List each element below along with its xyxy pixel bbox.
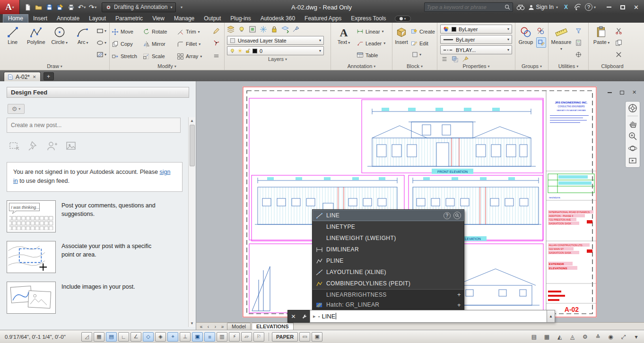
coordinates-readout[interactable]: 0.9'17/64", 0'-1 1/4", 0'-0": [2, 334, 81, 340]
tab-plugins[interactable]: Plug-ins: [226, 15, 255, 23]
linetype-dropdown[interactable]: BYLAY...: [440, 45, 512, 54]
snap-mode-toggle[interactable]: ▦: [94, 332, 104, 342]
panel-label-modify[interactable]: Modify: [110, 62, 224, 70]
quick-calculator-tool[interactable]: [574, 37, 583, 48]
pan-hand-icon[interactable]: [628, 119, 637, 129]
new-post-input[interactable]: [7, 118, 181, 133]
layer-state-dropdown[interactable]: Unsaved Layer State: [227, 36, 324, 45]
layer-lock-icon[interactable]: [270, 26, 278, 33]
paper-space-icon-button[interactable]: ▭: [299, 332, 310, 342]
autocomplete-item-linearbrightness[interactable]: LINEARBRIGHTNESS +: [313, 289, 464, 300]
scale-tool[interactable]: Scale: [143, 50, 177, 62]
trim-tool[interactable]: Trim: [177, 26, 210, 38]
file-tab-a02[interactable]: A-02* ✕: [4, 72, 41, 81]
pin-post-icon[interactable]: [27, 140, 39, 152]
command-line-close-button[interactable]: ✕: [288, 310, 299, 322]
lineweight-display-toggle[interactable]: ≡: [204, 332, 215, 342]
erase-tool[interactable]: [212, 26, 221, 36]
copy-clip-tool[interactable]: [614, 37, 623, 48]
autocomplete-item-pline[interactable]: PLINE: [313, 255, 464, 266]
design-feed-settings-button[interactable]: ⚙: [8, 104, 25, 114]
panel-label-groups[interactable]: Groups: [515, 62, 548, 70]
dynamic-input-toggle[interactable]: ▣: [192, 332, 203, 342]
tab-autodesk360[interactable]: Autodesk 360: [256, 15, 300, 23]
save-as-button[interactable]: [55, 2, 65, 12]
group-tool[interactable]: Group: [517, 24, 534, 45]
tab-insert[interactable]: Insert: [28, 15, 52, 23]
new-tab-button[interactable]: +: [44, 72, 54, 80]
panel-label-utilities[interactable]: Utilities: [548, 62, 588, 70]
zoom-icon[interactable]: [628, 131, 637, 141]
design-feed-header[interactable]: Design Feed: [7, 87, 189, 98]
panel-label-annotation[interactable]: Annotation: [331, 62, 392, 70]
selection-cycling-toggle[interactable]: ▱: [241, 332, 252, 342]
autocomplete-item-hatch-gr-linear[interactable]: Hatch: GR_LINEAR +: [313, 300, 464, 310]
drawing-minimize-button[interactable]: [606, 89, 614, 96]
last-layout-button[interactable]: »: [219, 323, 226, 330]
block-attributes-dropdown[interactable]: [410, 49, 435, 60]
infocenter-search[interactable]: [424, 2, 513, 12]
workspace-switching-button[interactable]: ⚙: [579, 332, 591, 342]
drawing-restore-button[interactable]: [618, 89, 626, 96]
paper-model-toggle[interactable]: PAPER: [272, 332, 298, 342]
rotate-tool[interactable]: Rotate: [143, 26, 177, 38]
annotation-visibility-button[interactable]: ◭: [554, 332, 566, 342]
text-tool[interactable]: A Text: [333, 24, 355, 45]
interface-lock-button[interactable]: ≙: [592, 332, 604, 342]
tag-person-icon[interactable]: [46, 140, 58, 152]
insert-block-tool[interactable]: Insert: [394, 24, 409, 45]
search-icon[interactable]: [505, 4, 510, 10]
command-help-icon[interactable]: ?: [444, 212, 451, 219]
plot-button[interactable]: [66, 2, 76, 12]
copy-tool[interactable]: Copy: [112, 38, 143, 50]
object-snap-toggle[interactable]: ◇: [143, 332, 154, 342]
command-input[interactable]: ▸ - LINE: [310, 310, 547, 323]
tab-annotate[interactable]: Annotate: [52, 15, 84, 23]
showmotion-icon[interactable]: [628, 156, 637, 165]
explode-tool[interactable]: [212, 37, 221, 48]
array-tool[interactable]: Array: [177, 50, 210, 62]
dynamic-ucs-toggle[interactable]: ⊥: [180, 332, 191, 342]
list-properties-icon[interactable]: [441, 56, 448, 62]
transparency-icon[interactable]: [452, 56, 458, 62]
panel-label-properties[interactable]: Properties: [437, 62, 515, 70]
layer-freeze-icon[interactable]: [260, 26, 267, 33]
ortho-mode-toggle[interactable]: ∟: [118, 332, 129, 342]
panel-label-layers[interactable]: Layers: [225, 55, 331, 63]
scrollbar-thumb[interactable]: [190, 125, 195, 166]
polyline-tool[interactable]: Polyline: [26, 24, 47, 45]
rectangle-tool[interactable]: [96, 26, 107, 36]
autocomplete-item-lineweight[interactable]: LINEWEIGHT (LWEIGHT): [313, 232, 464, 244]
model-space-icon-button[interactable]: ▣: [312, 332, 322, 342]
tab-output[interactable]: Output: [199, 15, 226, 23]
clean-screen-button[interactable]: ⤢: [618, 332, 629, 342]
maximize-button[interactable]: [616, 1, 629, 13]
mirror-tool[interactable]: Mirror: [143, 38, 177, 50]
panel-label-block[interactable]: Block: [392, 62, 437, 70]
move-tool[interactable]: Move: [112, 26, 143, 38]
layer-properties-icon[interactable]: [227, 26, 235, 33]
binoculars-search-icon[interactable]: [516, 4, 525, 10]
autocomplete-item-line[interactable]: LINE ?: [313, 210, 464, 221]
attach-image-icon[interactable]: [65, 140, 77, 152]
next-layout-button[interactable]: ›: [212, 323, 219, 330]
layer-off-icon[interactable]: [238, 26, 245, 33]
drawing-area[interactable]: FRONT ELEVATION: [196, 81, 644, 330]
line-tool[interactable]: Line: [2, 24, 24, 45]
drawing-close-button[interactable]: ✕: [630, 89, 638, 96]
stretch-tool[interactable]: Stretch: [112, 50, 143, 62]
file-tab-close-icon[interactable]: ✕: [33, 75, 36, 79]
panel-label-draw[interactable]: Draw: [0, 62, 109, 70]
ribbon-options-button[interactable]: [395, 16, 411, 22]
tab-manage[interactable]: Manage: [169, 15, 199, 23]
sign-in-button[interactable]: Sign In ▾: [528, 4, 558, 10]
undo-button[interactable]: ↶▾: [77, 2, 87, 12]
help-button[interactable]: ?▾: [585, 3, 596, 11]
expand-plus-icon[interactable]: +: [457, 301, 461, 309]
leader-tool[interactable]: Leader: [357, 37, 385, 49]
quick-select-tool[interactable]: [574, 26, 583, 36]
edit-block-tool[interactable]: Edit: [410, 37, 435, 49]
model-tab[interactable]: Model: [227, 323, 251, 330]
autocomplete-item-linetype[interactable]: LINETYPE: [313, 221, 464, 232]
offset-tool[interactable]: [212, 49, 221, 60]
